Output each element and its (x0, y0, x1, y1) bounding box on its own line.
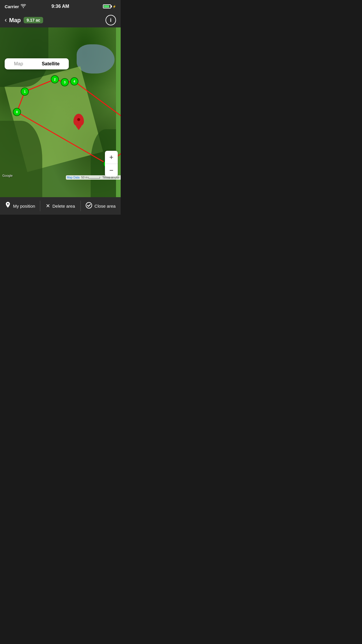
zoom-out-button[interactable]: − (105, 164, 118, 177)
scale-line (88, 177, 100, 178)
page-title: Map (9, 17, 21, 24)
status-time: 9:36 AM (52, 4, 69, 9)
google-logo-text: Google (2, 174, 13, 177)
google-watermark: Google (2, 174, 13, 177)
my-position-icon (5, 202, 11, 210)
status-bar: Carrier 9:36 AM ⚡ (0, 0, 121, 13)
back-button[interactable]: ‹ (5, 16, 7, 24)
charging-icon: ⚡ (113, 5, 116, 8)
carrier-label: Carrier (5, 4, 19, 9)
close-area-icon (86, 202, 92, 210)
delete-area-button[interactable]: ✕ Delete area (40, 197, 80, 215)
pin-dot (77, 118, 80, 121)
map-area[interactable]: Map Satellite 1 2 3 4 5 6 7 8 (0, 27, 121, 197)
info-button[interactable]: i (106, 15, 116, 25)
status-right: ⚡ (103, 4, 116, 8)
area-badge: 9.17 ac (24, 17, 43, 23)
satellite-tab[interactable]: Satellite (32, 58, 69, 69)
map-tab[interactable]: Map (5, 58, 32, 69)
my-position-label: My position (13, 204, 35, 209)
svg-text:3: 3 (64, 80, 66, 84)
bottom-toolbar: My position ✕ Delete area Close area (0, 197, 121, 215)
map-overlay-svg: 1 2 3 4 5 6 7 8 (0, 27, 121, 197)
svg-text:4: 4 (73, 80, 75, 83)
svg-point-16 (86, 202, 92, 208)
close-area-label: Close area (94, 204, 116, 209)
info-icon: i (110, 17, 111, 23)
map-toggle: Map Satellite (5, 58, 69, 69)
svg-text:2: 2 (54, 78, 56, 81)
status-left: Carrier (5, 4, 26, 9)
svg-text:8: 8 (16, 110, 18, 114)
my-position-button[interactable]: My position (0, 197, 40, 215)
wifi-icon (21, 4, 26, 9)
nav-bar: ‹ Map 9.17 ac i (0, 13, 121, 27)
close-area-button[interactable]: Close area (81, 197, 121, 215)
zoom-in-button[interactable]: + (105, 151, 118, 164)
back-chevron-icon: ‹ (5, 16, 7, 24)
zoom-controls: + − (105, 151, 118, 177)
location-pin (73, 114, 84, 127)
delete-icon: ✕ (46, 203, 50, 209)
battery-icon (103, 4, 111, 8)
scale-bar: 50 m (81, 176, 101, 179)
scale-label: 50 m (81, 176, 88, 179)
svg-text:1: 1 (24, 90, 26, 93)
map-data-link[interactable]: Map Data (67, 176, 80, 179)
pin-body (73, 114, 84, 127)
delete-area-label: Delete area (52, 204, 75, 209)
